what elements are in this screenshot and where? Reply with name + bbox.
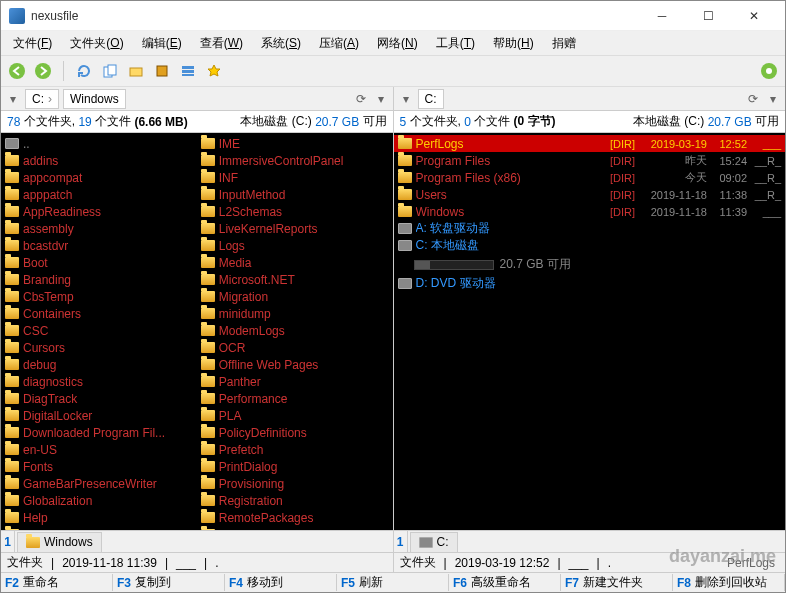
file-row[interactable]: Cursors [1, 339, 197, 356]
file-row[interactable]: RemotePackages [197, 509, 393, 526]
favorite-icon[interactable] [204, 61, 224, 81]
folder-icon [201, 138, 215, 149]
file-row[interactable]: Help [1, 509, 197, 526]
fkey-F4[interactable]: F4移动到 [225, 574, 337, 591]
close-button[interactable]: ✕ [731, 1, 777, 31]
menu-N[interactable]: 网络(N) [369, 33, 426, 54]
file-name: en-US [23, 443, 193, 457]
menu-S[interactable]: 系统(S) [253, 33, 309, 54]
settings-icon[interactable] [759, 61, 779, 81]
breadcrumb-menu-icon[interactable]: ▾ [5, 91, 21, 107]
file-row[interactable]: .. [1, 135, 197, 152]
file-row[interactable]: ImmersiveControlPanel [197, 152, 393, 169]
file-row[interactable]: Windows[DIR]2019-11-1811:39___ [394, 203, 786, 220]
file-row[interactable]: Downloaded Program Fil... [1, 424, 197, 441]
file-row[interactable]: debug [1, 356, 197, 373]
fkey-F8[interactable]: F8删除到回收站 [673, 574, 785, 591]
file-row[interactable]: Panther [197, 373, 393, 390]
menu-E[interactable]: 编辑(E) [134, 33, 190, 54]
menu-捐赠[interactable]: 捐赠 [544, 33, 584, 54]
menu-A[interactable]: 压缩(A) [311, 33, 367, 54]
file-row[interactable]: CbsTemp [1, 288, 197, 305]
breadcrumb-menu-icon[interactable]: ▾ [398, 91, 414, 107]
forward-button[interactable] [33, 61, 53, 81]
file-row[interactable]: IME [197, 135, 393, 152]
file-row[interactable]: InputMethod [197, 186, 393, 203]
folder-icon [201, 274, 215, 285]
fkey-F2[interactable]: F2重命名 [1, 574, 113, 591]
file-row[interactable]: en-US [1, 441, 197, 458]
menu-T[interactable]: 工具(T) [428, 33, 483, 54]
file-row[interactable]: Fonts [1, 458, 197, 475]
tab-index[interactable]: 1 [1, 531, 15, 552]
file-row[interactable]: Migration [197, 288, 393, 305]
maximize-button[interactable]: ☐ [685, 1, 731, 31]
file-row[interactable]: PLA [197, 407, 393, 424]
file-row[interactable]: GameBarPresenceWriter [1, 475, 197, 492]
left-tab[interactable]: Windows [17, 532, 102, 552]
file-row[interactable]: Provisioning [197, 475, 393, 492]
file-row[interactable]: Boot [1, 254, 197, 271]
breadcrumb-segment[interactable]: Windows [63, 89, 126, 109]
file-row[interactable]: CSC [1, 322, 197, 339]
fkey-F5[interactable]: F5刷新 [337, 574, 449, 591]
file-row[interactable]: minidump [197, 305, 393, 322]
menu-W[interactable]: 查看(W) [192, 33, 251, 54]
file-row[interactable]: PrintDialog [197, 458, 393, 475]
file-row[interactable]: DiagTrack [1, 390, 197, 407]
left-filelist[interactable]: ..addinsappcompatapppatchAppReadinessass… [1, 133, 393, 530]
drive-row[interactable]: C: 本地磁盘 [394, 237, 786, 254]
folder-icon[interactable] [126, 61, 146, 81]
file-row[interactable]: Logs [197, 237, 393, 254]
drive-row[interactable]: A: 软盘驱动器 [394, 220, 786, 237]
fkey-F3[interactable]: F3复制到 [113, 574, 225, 591]
menu-H[interactable]: 帮助(H) [485, 33, 542, 54]
menu-O[interactable]: 文件夹(O) [62, 33, 131, 54]
menu-F[interactable]: 文件(F) [5, 33, 60, 54]
file-row[interactable]: appcompat [1, 169, 197, 186]
dropdown-icon[interactable]: ▾ [765, 91, 781, 107]
file-row[interactable]: Branding [1, 271, 197, 288]
archive-icon[interactable] [152, 61, 172, 81]
fkey-F6[interactable]: F6高级重命名 [449, 574, 561, 591]
file-row[interactable]: diagnostics [1, 373, 197, 390]
file-row[interactable]: Microsoft.NET [197, 271, 393, 288]
file-row[interactable]: addins [1, 152, 197, 169]
file-row[interactable]: DigitalLocker [1, 407, 197, 424]
tab-index[interactable]: 1 [394, 531, 408, 552]
file-row[interactable]: Globalization [1, 492, 197, 509]
right-filelist[interactable]: PerfLogs[DIR]2019-03-1912:52___Program F… [394, 133, 786, 530]
file-row[interactable]: Offline Web Pages [197, 356, 393, 373]
file-row[interactable]: LiveKernelReports [197, 220, 393, 237]
file-row[interactable]: Performance [197, 390, 393, 407]
file-row[interactable]: Registration [197, 492, 393, 509]
dropdown-icon[interactable]: ▾ [373, 91, 389, 107]
file-row[interactable]: assembly [1, 220, 197, 237]
right-tab[interactable]: C: [410, 532, 458, 552]
file-row[interactable]: PolicyDefinitions [197, 424, 393, 441]
folder-icon [201, 308, 215, 319]
view-icon[interactable] [178, 61, 198, 81]
file-row[interactable]: Containers [1, 305, 197, 322]
breadcrumb-segment[interactable]: C: [418, 89, 444, 109]
fkey-F7[interactable]: F7新建文件夹 [561, 574, 673, 591]
file-row[interactable]: apppatch [1, 186, 197, 203]
file-row[interactable]: PerfLogs[DIR]2019-03-1912:52___ [394, 135, 786, 152]
file-row[interactable]: Media [197, 254, 393, 271]
refresh-icon[interactable] [74, 61, 94, 81]
file-row[interactable]: OCR [197, 339, 393, 356]
file-row[interactable]: bcastdvr [1, 237, 197, 254]
file-row[interactable]: Program Files[DIR]昨天15:24__R_ [394, 152, 786, 169]
file-row[interactable]: AppReadiness [1, 203, 197, 220]
breadcrumb-segment[interactable]: C:› [25, 89, 59, 109]
file-row[interactable]: Program Files (x86)[DIR]今天09:02__R_ [394, 169, 786, 186]
drive-row[interactable]: D: DVD 驱动器 [394, 275, 786, 292]
copy-icon[interactable] [100, 61, 120, 81]
minimize-button[interactable]: ─ [639, 1, 685, 31]
file-row[interactable]: ModemLogs [197, 322, 393, 339]
file-row[interactable]: Prefetch [197, 441, 393, 458]
file-row[interactable]: Users[DIR]2019-11-1811:38__R_ [394, 186, 786, 203]
file-row[interactable]: INF [197, 169, 393, 186]
back-button[interactable] [7, 61, 27, 81]
file-row[interactable]: L2Schemas [197, 203, 393, 220]
